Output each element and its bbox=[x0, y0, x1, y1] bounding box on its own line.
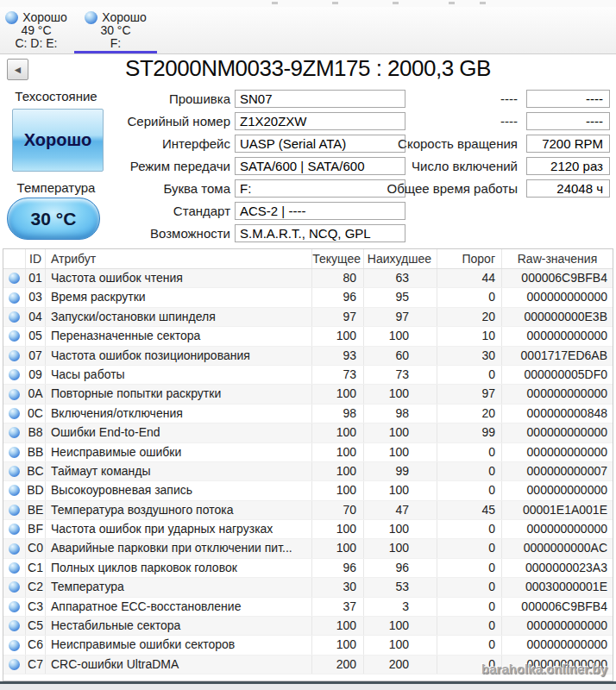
worst-value-cell: 100 bbox=[364, 636, 437, 654]
status-cell bbox=[3, 481, 26, 499]
info-field-label: ---- bbox=[500, 90, 518, 108]
attribute-id-cell: BF bbox=[26, 520, 46, 538]
threshold-value-cell: 10 bbox=[437, 327, 502, 345]
drive-letters: F: bbox=[72, 37, 159, 50]
smart-table-row[interactable]: C5Нестабильные сектора100100000000000000… bbox=[3, 617, 613, 636]
threshold-column-header[interactable]: Порог bbox=[437, 249, 502, 268]
good-status-orb-icon bbox=[9, 466, 20, 477]
good-status-orb-icon bbox=[9, 659, 20, 670]
attribute-name-cell: Неисправимые ошибки секторов bbox=[46, 636, 312, 654]
attribute-column-header[interactable]: Атрибут bbox=[46, 249, 312, 268]
raw-value-cell: 00001E1A001E bbox=[502, 501, 613, 519]
worst-value-cell: 99 bbox=[364, 462, 437, 480]
threshold-value-cell: 20 bbox=[437, 405, 502, 423]
smart-table-row[interactable]: C2Температура3053000030000001E bbox=[3, 578, 613, 597]
good-status-orb-icon bbox=[9, 620, 20, 631]
attribute-name-cell: Полных циклов парковок головок bbox=[46, 559, 312, 577]
smart-attributes-table[interactable]: ID Атрибут Текущее Наихудшее Порог Raw-з… bbox=[3, 248, 613, 681]
current-value-cell: 100 bbox=[312, 385, 364, 403]
raw-value-cell: 000006C9BFB4 bbox=[502, 269, 613, 287]
threshold-value-cell: 0 bbox=[437, 598, 502, 616]
threshold-value-cell: 0 bbox=[437, 559, 502, 577]
smart-table-row[interactable]: 09Часы работы73730000000005DF0 bbox=[3, 366, 613, 385]
attribute-name-cell: CRC-ошибки UltraDMA bbox=[46, 656, 312, 674]
info-fields-right: ----------------Скорость вращения7200 RP… bbox=[0, 90, 616, 247]
drive-tab-cde[interactable]: Хорошо 49 °C C: D: E: bbox=[0, 7, 72, 53]
smart-table-header: ID Атрибут Текущее Наихудшее Порог Raw-з… bbox=[3, 249, 613, 269]
threshold-value-cell: 99 bbox=[437, 423, 502, 442]
drive-temp: 49 °C bbox=[0, 24, 72, 37]
smart-table-row[interactable]: BCТаймаут команды100990000000000007 bbox=[3, 462, 613, 481]
current-column-header[interactable]: Текущее bbox=[312, 249, 364, 268]
menubar-remnant bbox=[0, 0, 616, 7]
smart-table-row[interactable]: 0AПовторные попытки раскрутки10010097000… bbox=[3, 385, 613, 404]
info-field-label: ---- bbox=[500, 112, 518, 130]
raw-value-cell: 0001717ED6AB bbox=[502, 347, 613, 365]
good-status-orb-icon bbox=[9, 581, 20, 593]
raw-value-cell: 000000000000 bbox=[502, 481, 613, 499]
threshold-value-cell: 0 bbox=[437, 578, 502, 596]
status-cell bbox=[3, 347, 26, 365]
attribute-id-cell: C6 bbox=[26, 636, 46, 654]
drive-temp: 30 °C bbox=[72, 24, 159, 37]
smart-table-row[interactable]: C0Аварийные парковки при отключении пит.… bbox=[3, 539, 613, 558]
raw-value-cell: 000006C9BFB4 bbox=[502, 598, 613, 616]
current-value-cell: 100 bbox=[312, 423, 364, 442]
worst-value-cell: 97 bbox=[364, 308, 437, 326]
good-status-orb-icon bbox=[9, 505, 20, 516]
threshold-value-cell: 30 bbox=[437, 347, 502, 365]
current-value-cell: 96 bbox=[312, 288, 364, 306]
smart-table-row[interactable]: BEТемпература воздушного потока704745000… bbox=[3, 501, 613, 520]
status-cell bbox=[3, 636, 26, 654]
current-value-cell: 30 bbox=[312, 578, 364, 596]
info-field-row: -------- bbox=[0, 90, 616, 108]
good-status-orb-icon bbox=[9, 543, 20, 555]
smart-table-row[interactable]: BDВысокоуровневая запись1001000000000000… bbox=[3, 481, 613, 500]
raw-value-cell: 000000000000 bbox=[502, 636, 613, 654]
smart-table-row[interactable]: C3Аппаратное ECC-восстановление373000000… bbox=[3, 598, 613, 617]
smart-table-row[interactable]: 03Время раскрутки96950000000000000 bbox=[3, 288, 613, 307]
smart-table-row[interactable]: BBНеисправимые ошибки1001000000000000000 bbox=[3, 443, 613, 462]
current-value-cell: 93 bbox=[312, 347, 364, 365]
raw-value-cell: 0000000000AC bbox=[502, 539, 613, 557]
attribute-name-cell: Аппаратное ECC-восстановление bbox=[46, 598, 312, 616]
smart-table-row[interactable]: C6Неисправимые ошибки секторов1001000000… bbox=[3, 636, 613, 655]
attribute-id-cell: 05 bbox=[26, 327, 46, 345]
current-value-cell: 100 bbox=[312, 443, 364, 461]
threshold-value-cell: 0 bbox=[437, 539, 502, 557]
attribute-id-cell: BC bbox=[26, 462, 46, 480]
attribute-id-cell: C3 bbox=[26, 598, 46, 616]
good-status-orb-icon bbox=[9, 601, 20, 612]
current-value-cell: 100 bbox=[312, 520, 364, 538]
status-cell bbox=[3, 288, 26, 306]
worst-column-header[interactable]: Наихудшее bbox=[364, 249, 437, 268]
smart-table-row[interactable]: 0CВключения/отключения989820000000000848 bbox=[3, 405, 613, 423]
raw-value-cell: 000000000000 bbox=[502, 288, 613, 306]
crystaldiskinfo-window: Хорошо 49 °C C: D: E: Хорошо 30 °C F: ◄ … bbox=[0, 0, 616, 690]
attribute-name-cell: Ошибки End-to-End bbox=[46, 423, 312, 442]
threshold-value-cell: 44 bbox=[437, 269, 502, 287]
drive-tab-f[interactable]: Хорошо 30 °C F: bbox=[72, 7, 159, 53]
worst-value-cell: 98 bbox=[364, 405, 437, 423]
smart-table-row[interactable]: BFЧастота ошибок при ударных нагрузках10… bbox=[3, 520, 613, 539]
smart-table-row[interactable]: 04Запуски/остановки шпинделя979720000000… bbox=[3, 308, 613, 327]
status-cell bbox=[3, 405, 26, 423]
threshold-value-cell: 0 bbox=[437, 520, 502, 538]
current-value-cell: 100 bbox=[312, 636, 364, 654]
status-column-header bbox=[3, 249, 26, 268]
id-column-header[interactable]: ID bbox=[26, 249, 46, 268]
worst-value-cell: 100 bbox=[364, 443, 437, 461]
status-cell bbox=[3, 423, 26, 442]
info-field-value: 24048 ч bbox=[526, 179, 610, 198]
smart-table-row[interactable]: 07Частота ошибок позиционирования9360300… bbox=[3, 347, 613, 366]
attribute-id-cell: C2 bbox=[26, 578, 46, 596]
worst-value-cell: 100 bbox=[364, 520, 437, 538]
smart-table-row[interactable]: 01Частота ошибок чтения806344000006C9BFB… bbox=[3, 269, 613, 288]
window-bottom-edge bbox=[0, 681, 616, 690]
smart-table-row[interactable]: B8Ошибки End-to-End10010099000000000000 bbox=[3, 423, 613, 442]
smart-table-row[interactable]: C1Полных циклов парковок головок96960000… bbox=[3, 559, 613, 578]
current-value-cell: 96 bbox=[312, 559, 364, 577]
attribute-id-cell: C5 bbox=[26, 617, 46, 635]
smart-table-row[interactable]: 05Переназначенные сектора100100100000000… bbox=[3, 327, 613, 346]
raw-column-header[interactable]: Raw-значения bbox=[502, 249, 613, 268]
